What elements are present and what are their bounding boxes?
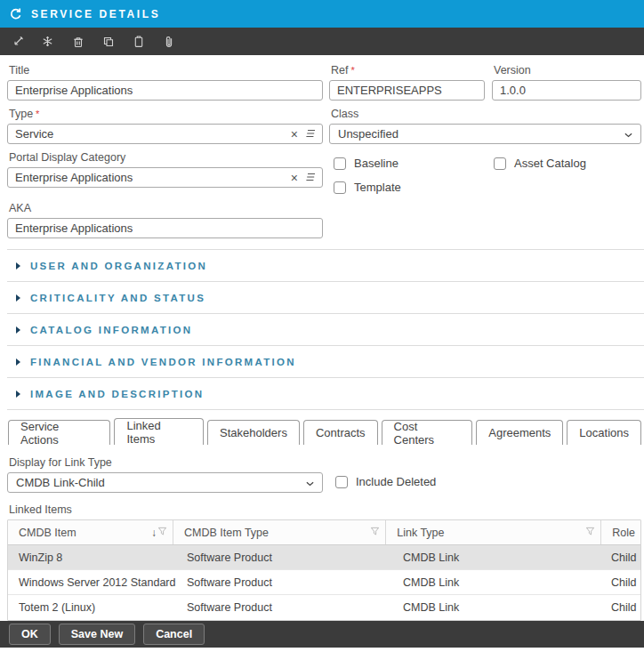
- version-input[interactable]: [492, 80, 641, 101]
- section-image-and-description[interactable]: IMAGE AND DESCRIPTION: [7, 377, 644, 409]
- pdc-field-group: Portal Display Category ×: [7, 151, 323, 195]
- pdc-input[interactable]: [7, 167, 323, 188]
- page-title: SERVICE DETAILS: [31, 8, 160, 20]
- type-clear-icon[interactable]: ×: [291, 128, 298, 141]
- caret-right-icon: [16, 358, 20, 366]
- copy-icon[interactable]: [96, 30, 120, 52]
- row-type-class: Type* × Class Unspecified: [7, 108, 641, 144]
- pdc-browse-icon[interactable]: [304, 170, 316, 186]
- section-user-and-organization[interactable]: USER AND ORGANIZATION: [7, 249, 644, 281]
- type-label: Type: [9, 108, 33, 120]
- tab-strip: Service Actions Linked Items Stakeholder…: [8, 418, 641, 445]
- caret-right-icon: [16, 262, 20, 270]
- refresh-icon[interactable]: [9, 7, 23, 21]
- link-type-select-value: CMDB Link-Child: [16, 476, 105, 489]
- filter-icon[interactable]: [157, 527, 167, 539]
- tab-stakeholders[interactable]: Stakeholders: [207, 420, 300, 445]
- section-criticality-and-status[interactable]: CRITICALITY AND STATUS: [7, 281, 644, 313]
- filter-icon[interactable]: [370, 527, 380, 539]
- title-input[interactable]: [7, 80, 323, 101]
- bottom-strip: [0, 648, 644, 652]
- ref-input[interactable]: [329, 80, 485, 101]
- asset-catalog-checkbox-row: Asset Catalog: [494, 156, 586, 171]
- type-browse-icon[interactable]: [304, 126, 316, 142]
- baseline-label: Baseline: [354, 157, 398, 170]
- linked-items-title: Linked Items: [9, 503, 641, 516]
- type-field-group: Type* ×: [7, 108, 323, 144]
- chevron-down-icon: [306, 476, 314, 489]
- baseline-checkbox[interactable]: [334, 157, 346, 170]
- aka-input[interactable]: [7, 218, 323, 238]
- ref-required-asterisk: *: [350, 65, 354, 76]
- tab-linked-items[interactable]: Linked Items: [114, 418, 204, 445]
- row-title-ref-version: Title Ref* Version: [7, 64, 641, 101]
- pin-icon[interactable]: [5, 30, 29, 52]
- template-checkbox-row: Template: [334, 180, 494, 195]
- linked-items-table: CMDB Item ↓ CMDB Item Type Link Type: [7, 519, 641, 621]
- title-field-group: Title: [7, 64, 323, 101]
- table-row[interactable]: WinZip 8 Software Product CMDB Link Chil…: [8, 545, 640, 570]
- aka-field-group: AKA: [7, 202, 323, 238]
- aka-label: AKA: [9, 202, 323, 215]
- version-label: Version: [494, 64, 641, 77]
- form-content: Title Ref* Version Type* ×: [0, 55, 644, 621]
- section-catalog-information[interactable]: CATALOG INFORMATION: [7, 313, 644, 345]
- class-select-value: Unspecified: [338, 127, 398, 141]
- baseline-checkbox-row: Baseline: [334, 156, 494, 171]
- freeze-icon[interactable]: [36, 30, 60, 52]
- template-label: Template: [354, 181, 401, 194]
- title-label: Title: [9, 64, 323, 77]
- include-deleted-checkbox[interactable]: [335, 476, 348, 488]
- delete-icon[interactable]: [66, 30, 90, 52]
- class-label: Class: [331, 108, 641, 121]
- version-field-group: Version: [492, 64, 641, 101]
- cancel-button[interactable]: Cancel: [143, 624, 205, 645]
- asset-catalog-checkbox[interactable]: [494, 157, 506, 170]
- include-deleted-checkbox-row: Include Deleted: [335, 474, 436, 489]
- table-row[interactable]: Windows Server 2012 Standard Software Pr…: [8, 570, 640, 595]
- tab-agreements[interactable]: Agreements: [476, 420, 563, 445]
- class-select[interactable]: Unspecified: [329, 124, 641, 144]
- type-required-asterisk: *: [36, 109, 39, 119]
- tab-locations[interactable]: Locations: [567, 420, 641, 445]
- row-pdc-checkboxes: Portal Display Category × Baseline Templ…: [7, 151, 641, 195]
- filter-icon[interactable]: [585, 527, 595, 539]
- table-header-row: CMDB Item ↓ CMDB Item Type Link Type: [8, 520, 640, 545]
- caret-right-icon: [16, 326, 20, 334]
- section-financial-and-vendor-information[interactable]: FINANCIAL AND VENDOR INFORMATION: [7, 345, 644, 377]
- toolbar: [0, 28, 644, 55]
- ref-field-group: Ref*: [329, 64, 485, 101]
- ok-button[interactable]: OK: [9, 624, 51, 645]
- row-aka: AKA: [7, 202, 641, 238]
- template-checkbox[interactable]: [334, 181, 346, 194]
- collapsible-sections: USER AND ORGANIZATION CRITICALITY AND ST…: [7, 249, 644, 410]
- link-type-field-group: Display for Link Type CMDB Link-Child: [7, 456, 323, 493]
- footer-bar: OK Save New Cancel: [0, 621, 644, 648]
- caret-right-icon: [16, 294, 20, 302]
- pdc-clear-icon[interactable]: ×: [291, 172, 298, 184]
- pdc-label: Portal Display Category: [9, 151, 323, 165]
- link-type-label: Display for Link Type: [9, 456, 323, 470]
- titlebar: SERVICE DETAILS: [0, 0, 644, 28]
- link-type-filter-row: Display for Link Type CMDB Link-Child In…: [7, 456, 641, 493]
- class-field-group: Class Unspecified: [329, 108, 641, 144]
- tab-service-actions[interactable]: Service Actions: [8, 420, 110, 445]
- paste-icon[interactable]: [126, 30, 150, 52]
- include-deleted-label: Include Deleted: [356, 475, 436, 488]
- sort-descending-icon: ↓: [151, 527, 157, 539]
- tab-contracts[interactable]: Contracts: [303, 420, 378, 445]
- attachment-icon[interactable]: [157, 30, 181, 52]
- column-header-link-type[interactable]: Link Type: [386, 520, 601, 544]
- caret-right-icon: [16, 390, 20, 398]
- type-input[interactable]: [7, 124, 323, 144]
- asset-catalog-label: Asset Catalog: [514, 157, 586, 170]
- link-type-select[interactable]: CMDB Link-Child: [7, 472, 323, 493]
- column-header-cmdb-item[interactable]: CMDB Item ↓: [8, 520, 173, 544]
- chevron-down-icon: [624, 127, 632, 141]
- tab-cost-centers[interactable]: Cost Centers: [382, 420, 473, 445]
- ref-label: Ref: [331, 64, 348, 76]
- save-new-button[interactable]: Save New: [59, 624, 135, 645]
- table-row[interactable]: Totem 2 (Linux) Software Product CMDB Li…: [8, 595, 640, 620]
- column-header-role[interactable]: Role: [601, 520, 640, 544]
- column-header-cmdb-item-type[interactable]: CMDB Item Type: [173, 520, 386, 544]
